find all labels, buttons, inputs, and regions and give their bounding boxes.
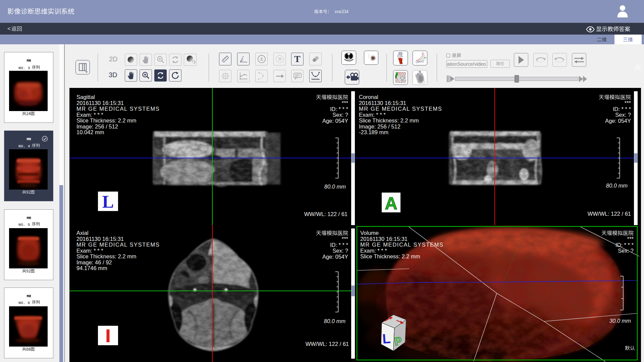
svg-text:94.1746 mm: 94.1746 mm [76,265,107,271]
svg-text:30.0 mm: 30.0 mm [609,318,631,324]
svg-text:L: L [102,192,114,211]
svg-text:ID: * * *: ID: * * * [613,106,631,112]
svg-text:L: L [382,331,391,346]
svg-text:WW/WL: 122 / 61: WW/WL: 122 / 61 [306,341,349,347]
svg-text:MR GE MEDICAL SYSTEMS: MR GE MEDICAL SYSTEMS [360,242,443,248]
svg-text:20161130 16:15:31: 20161130 16:15:31 [360,236,408,242]
svg-text:Age: 054Y: Age: 054Y [322,118,348,124]
svg-text:Exam: * * *: Exam: * * * [360,248,387,254]
svg-text:Exam: * * *: Exam: * * * [76,248,103,254]
svg-text:D: D [422,80,425,84]
svg-text:Sagittal: Sagittal [76,94,95,100]
svg-text:10.042 mm: 10.042 mm [76,129,104,135]
svg-text:20161130 16:15:31: 20161130 16:15:31 [76,236,124,242]
svg-text:Coronal: Coronal [359,94,378,100]
svg-text:Exam: * * *: Exam: * * * [359,112,386,118]
svg-text:Image: 256 / 512: Image: 256 / 512 [359,123,400,130]
svg-text:Axial: Axial [76,230,89,236]
svg-text:MR GE MEDICAL SYSTEMS: MR GE MEDICAL SYSTEMS [76,242,160,248]
svg-text:Image: 46 / 92: Image: 46 / 92 [76,259,112,265]
svg-text:Sex: ?: Sex: ? [615,112,631,118]
svg-text:Sex: ?: Sex: ? [618,248,634,254]
svg-text:Volume: Volume [360,230,379,236]
svg-text:ID: * * *: ID: * * * [330,242,348,248]
svg-text:Slice Thickness: 2.2 mm: Slice Thickness: 2.2 mm [360,253,420,259]
svg-text:Slice Thickness: 2.2 mm: Slice Thickness: 2.2 mm [359,117,419,123]
svg-text:Slice Thickness: 2.2 mm: Slice Thickness: 2.2 mm [76,253,137,259]
svg-text:Sex: ?: Sex: ? [332,248,348,254]
svg-text:***: *** [625,100,631,106]
svg-text:80.0 mm: 80.0 mm [324,184,346,190]
svg-text:ID: * * *: ID: * * * [615,242,634,248]
svg-text:***: *** [342,236,348,242]
svg-text:20161130 16:15:31: 20161130 16:15:31 [76,100,124,106]
svg-text:Sex: ?: Sex: ? [332,112,348,118]
svg-text:80.0 mm: 80.0 mm [324,318,345,324]
svg-text:-23.189 mm: -23.189 mm [359,129,388,135]
svg-text:ID: * * *: ID: * * * [330,106,348,112]
svg-text:WW/WL: 122 / 61: WW/WL: 122 / 61 [304,211,347,217]
svg-text:***: *** [342,100,348,106]
svg-text:Exam: * * *: Exam: * * * [76,112,103,118]
svg-text:A: A [385,194,397,213]
svg-text:Slice Thickness: 2.2 mm: Slice Thickness: 2.2 mm [76,117,137,123]
svg-text:20161130 16:15:31: 20161130 16:15:31 [359,100,406,106]
svg-text:Image: 256 / 512: Image: 256 / 512 [76,123,118,130]
svg-text:MR GE MEDICAL SYSTEMS: MR GE MEDICAL SYSTEMS [359,106,442,112]
svg-text:Age: 054Y: Age: 054Y [605,118,631,124]
svg-text:80.0 mm: 80.0 mm [606,183,628,189]
svg-text:MR GE MEDICAL SYSTEMS: MR GE MEDICAL SYSTEMS [76,106,160,112]
svg-text:Age: 054Y: Age: 054Y [322,254,348,260]
svg-text:***: *** [627,236,634,242]
svg-text:WW/WL: 122 / 61: WW/WL: 122 / 61 [588,211,631,217]
